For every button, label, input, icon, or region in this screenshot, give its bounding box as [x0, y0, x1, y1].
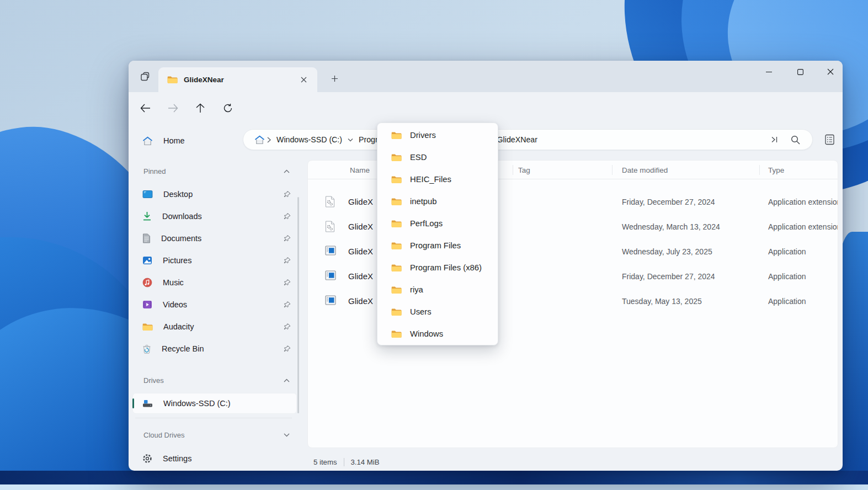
navigation-pane: Home Pinned Desktop Downloads Documents — [129, 124, 301, 455]
dropdown-item-label: riya — [410, 285, 423, 294]
sidebar-item-audacity[interactable]: Audacity — [133, 317, 296, 337]
file-date: Wednesday, March 13, 2024 — [622, 214, 720, 239]
dropdown-item-label: Program Files (x86) — [410, 263, 482, 272]
folder-icon — [391, 175, 402, 184]
close-button[interactable] — [818, 61, 843, 83]
status-bar: 5 items 3.14 MiB — [129, 454, 843, 471]
drive-icon — [142, 400, 153, 408]
sidebar-item-downloads[interactable]: Downloads — [133, 206, 296, 226]
sidebar-item-desktop[interactable]: Desktop — [133, 184, 296, 204]
tab-glidexnear[interactable]: GlideXNear — [158, 67, 317, 92]
column-header-date[interactable]: Date modified — [622, 161, 668, 179]
pin-icon — [283, 257, 291, 264]
tab-list-button[interactable] — [136, 68, 155, 85]
sidebar-item-label: Documents — [161, 234, 283, 243]
sidebar-item-label: Desktop — [163, 190, 283, 199]
maximize-button[interactable] — [787, 61, 813, 83]
home-icon — [142, 136, 153, 146]
up-button[interactable] — [191, 99, 210, 118]
column-divider[interactable] — [513, 165, 513, 175]
sidebar-item-label: Audacity — [163, 322, 283, 331]
breadcrumb-dropdown: Drivers ESD HEIC_Files inetpub PerfLogs … — [377, 122, 498, 345]
folder-icon — [391, 264, 402, 272]
section-label: Pinned — [143, 167, 284, 175]
sidebar-section-pinned[interactable]: Pinned — [133, 163, 296, 179]
sidebar-scrollbar[interactable] — [297, 197, 299, 413]
chevron-up-icon[interactable] — [284, 379, 290, 382]
folder-icon — [167, 76, 178, 84]
minimize-button[interactable] — [756, 61, 781, 83]
dll-file-icon — [325, 196, 335, 210]
tab-list-icon — [140, 71, 151, 82]
videos-icon — [142, 300, 152, 309]
file-type: Application extension — [768, 214, 838, 239]
dropdown-item-riya[interactable]: riya — [379, 279, 496, 301]
file-name: GlideX — [348, 189, 373, 214]
refresh-button[interactable] — [219, 99, 237, 118]
dropdown-item-label: HEIC_Files — [410, 175, 451, 184]
pictures-icon — [142, 256, 152, 265]
dll-file-icon — [325, 221, 335, 235]
folder-icon — [391, 286, 402, 294]
dropdown-item-program-files-x86[interactable]: Program Files (x86) — [379, 257, 496, 279]
sidebar-divider — [135, 418, 292, 418]
dropdown-item-inetpub[interactable]: inetpub — [379, 190, 496, 212]
item-count: 5 items — [313, 458, 337, 466]
file-type: Application — [768, 289, 838, 313]
close-icon — [827, 68, 834, 75]
minimize-icon — [766, 69, 772, 75]
sidebar-item-documents[interactable]: Documents — [133, 228, 296, 248]
sidebar-item-label: Pictures — [163, 256, 283, 265]
dropdown-item-label: Drivers — [410, 131, 436, 140]
column-header-tag[interactable]: Tag — [518, 161, 530, 179]
sidebar-item-recycle-bin[interactable]: Recycle Bin — [133, 339, 296, 359]
file-explorer-window: GlideXNear — [129, 61, 843, 471]
pin-icon — [283, 301, 291, 308]
dropdown-item-windows[interactable]: Windows — [379, 323, 496, 345]
dropdown-item-perflogs[interactable]: PerfLogs — [379, 212, 496, 235]
sidebar-item-home[interactable]: Home — [133, 131, 296, 151]
dropdown-item-label: ESD — [410, 153, 427, 162]
dropdown-item-heic-files[interactable]: HEIC_Files — [379, 168, 496, 190]
pin-icon — [283, 323, 291, 331]
dropdown-item-label: PerfLogs — [410, 219, 443, 228]
sidebar-section-drives[interactable]: Drives — [133, 372, 296, 388]
sidebar-section-cloud-drives[interactable]: Cloud Drives — [133, 427, 296, 443]
back-button[interactable] — [136, 99, 155, 118]
desktop-wallpaper: GlideXNear — [0, 0, 868, 490]
folder-icon — [391, 220, 402, 228]
application-file-icon — [325, 246, 336, 258]
dropdown-item-program-files[interactable]: Program Files — [379, 235, 496, 257]
column-divider[interactable] — [759, 165, 760, 175]
titlebar[interactable]: GlideXNear — [129, 61, 843, 92]
chevron-down-icon[interactable] — [284, 433, 290, 437]
music-icon — [142, 278, 152, 287]
pin-icon — [283, 190, 291, 198]
selection-accent-bar — [132, 398, 134, 408]
file-date: Friday, December 27, 2024 — [622, 264, 715, 289]
tab-close-icon[interactable] — [296, 73, 311, 87]
downloads-icon — [142, 211, 152, 221]
dropdown-item-users[interactable]: Users — [379, 301, 496, 323]
dropdown-item-drivers[interactable]: Drivers — [379, 124, 496, 146]
column-header-name[interactable]: Name — [350, 161, 370, 179]
file-name: GlideX — [348, 239, 373, 264]
wallpaper-strip-bottom — [0, 484, 868, 490]
chevron-up-icon[interactable] — [284, 169, 290, 173]
column-divider[interactable] — [612, 165, 613, 175]
sidebar-item-music[interactable]: Music — [133, 273, 296, 292]
sidebar-item-pictures[interactable]: Pictures — [133, 251, 296, 270]
column-header-type[interactable]: Type — [768, 161, 784, 179]
status-divider — [344, 458, 344, 466]
sidebar-item-windows-ssd[interactable]: Windows-SSD (C:) — [133, 393, 296, 413]
new-tab-button[interactable] — [326, 71, 343, 86]
section-label: Cloud Drives — [143, 431, 284, 439]
dropdown-item-esd[interactable]: ESD — [379, 146, 496, 168]
dropdown-item-label: inetpub — [410, 197, 437, 206]
sidebar-item-label: Videos — [163, 300, 283, 309]
forward-button[interactable] — [163, 99, 182, 118]
sidebar-item-label: Home — [163, 136, 291, 145]
sidebar-item-videos[interactable]: Videos — [133, 295, 296, 315]
wallpaper-band-bottom — [0, 471, 868, 484]
folder-icon — [391, 153, 402, 162]
